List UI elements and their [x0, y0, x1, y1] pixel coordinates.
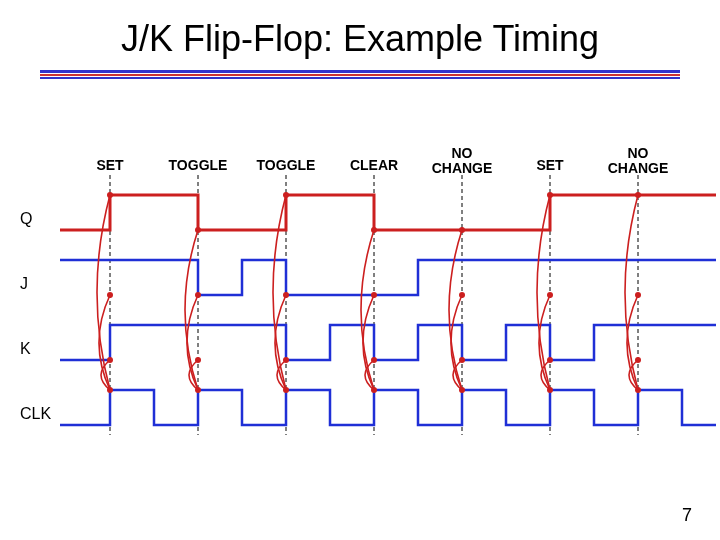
timing-diagram [0, 0, 720, 540]
svg-point-30 [547, 292, 553, 298]
edge-label-1: SET [96, 158, 123, 173]
svg-point-13 [195, 357, 201, 363]
edge-label-6: SET [536, 158, 563, 173]
svg-point-21 [371, 357, 377, 363]
svg-point-10 [107, 292, 113, 298]
page-number: 7 [682, 505, 692, 526]
edge-label-2: TOGGLE [169, 158, 228, 173]
svg-point-27 [459, 227, 465, 233]
svg-point-35 [635, 192, 641, 198]
svg-point-11 [107, 192, 113, 198]
svg-point-25 [459, 357, 465, 363]
edge-label-4: CLEAR [350, 158, 398, 173]
svg-point-31 [547, 192, 553, 198]
label-q: Q [20, 210, 32, 228]
svg-point-23 [371, 227, 377, 233]
svg-point-22 [371, 292, 377, 298]
edge-label-7: NO CHANGE [608, 146, 669, 175]
svg-point-18 [283, 292, 289, 298]
svg-point-26 [459, 292, 465, 298]
label-clk: CLK [20, 405, 51, 423]
svg-point-9 [107, 357, 113, 363]
svg-point-33 [635, 357, 641, 363]
svg-point-29 [547, 357, 553, 363]
edge-label-3: TOGGLE [257, 158, 316, 173]
svg-point-34 [635, 292, 641, 298]
label-k: K [20, 340, 31, 358]
svg-point-15 [195, 227, 201, 233]
edge-label-5: NO CHANGE [432, 146, 493, 175]
svg-point-19 [283, 192, 289, 198]
svg-point-17 [283, 357, 289, 363]
svg-point-14 [195, 292, 201, 298]
label-j: J [20, 275, 28, 293]
